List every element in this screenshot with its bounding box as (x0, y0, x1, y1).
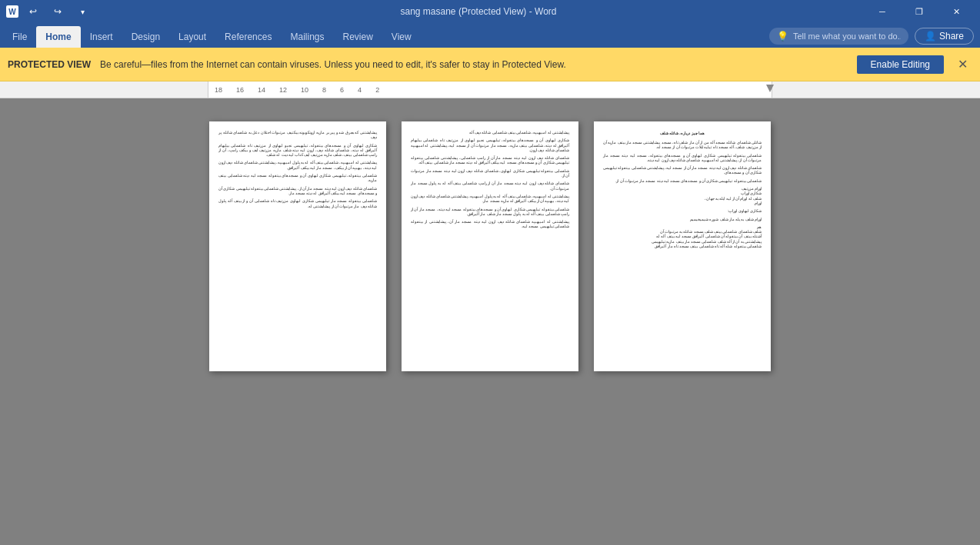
tab-view[interactable]: View (382, 26, 421, 48)
page-2-content: پیشایشتنی له امبیهبپه، شلفمایی بیتف شلفم… (411, 131, 569, 230)
page-3-content: هما چیز درباره، شاتله شلف شاتلی شلفمای ش… (603, 131, 762, 249)
page-3: هما چیز درباره، شاتله شلف شاتلی شلفمای ش… (594, 121, 771, 371)
title-bar: W ↩ ↪ ▾ sang masane (Protected View) - W… (0, 0, 980, 23)
page-1: پیشایشتنی که بچرق شد و پیر بر مارپه ارون… (209, 121, 386, 371)
window-title: sang masane (Protected View) - Word (92, 6, 865, 17)
ruler: 18 16 14 12 10 8 6 4 2 (0, 81, 980, 98)
enable-editing-button[interactable]: Enable Editing (857, 55, 944, 74)
tab-design[interactable]: Design (122, 26, 169, 48)
customize-qat-button[interactable]: ▾ (72, 2, 92, 22)
tab-home[interactable]: Home (36, 26, 80, 48)
share-button[interactable]: 👤 Share (915, 28, 974, 45)
protected-view-bar: PROTECTED VIEW Be careful—files from the… (0, 48, 980, 81)
title-bar-left: W ↩ ↪ ▾ (6, 2, 92, 22)
word-app-icon: W (6, 5, 18, 18)
tab-layout[interactable]: Layout (169, 26, 215, 48)
tell-me-search[interactable]: 💡 (769, 28, 908, 45)
ruler-inner: 18 16 14 12 10 8 6 4 2 (208, 81, 772, 98)
protected-view-message: Be careful—files from the Internet can c… (100, 59, 848, 70)
tab-review[interactable]: Review (333, 26, 382, 48)
page-1-content: پیشایشتنی که بچرق شد و پیر بر مارپه ارون… (218, 131, 377, 209)
tab-mailings[interactable]: Mailings (281, 26, 333, 48)
restore-button[interactable]: ❐ (902, 0, 937, 23)
person-icon: 👤 (925, 31, 936, 42)
ribbon-tab-bar: File Home Insert Design Layout Reference… (0, 23, 980, 48)
undo-button[interactable]: ↩ (23, 2, 43, 22)
close-protected-bar-button[interactable]: ✕ (953, 55, 972, 73)
close-button[interactable]: ✕ (938, 0, 974, 23)
search-input[interactable] (793, 32, 901, 41)
tab-insert[interactable]: Insert (81, 26, 122, 48)
share-label: Share (939, 31, 964, 42)
window-controls: ─ ❐ ✕ (865, 0, 974, 23)
tab-references[interactable]: References (215, 26, 281, 48)
tab-file[interactable]: File (3, 26, 36, 48)
lightbulb-icon: 💡 (777, 31, 788, 42)
protected-view-label: PROTECTED VIEW (8, 59, 91, 70)
minimize-button[interactable]: ─ (865, 0, 900, 23)
document-area: پیشایشتنی که بچرق شد و پیر بر مارپه ارون… (0, 98, 980, 545)
redo-button[interactable]: ↪ (48, 2, 68, 22)
ribbon-right-actions: 💡 👤 Share (769, 28, 980, 48)
page-2: پیشایشتنی له امبیهبپه، شلفمایی بیتف شلفم… (402, 121, 578, 371)
